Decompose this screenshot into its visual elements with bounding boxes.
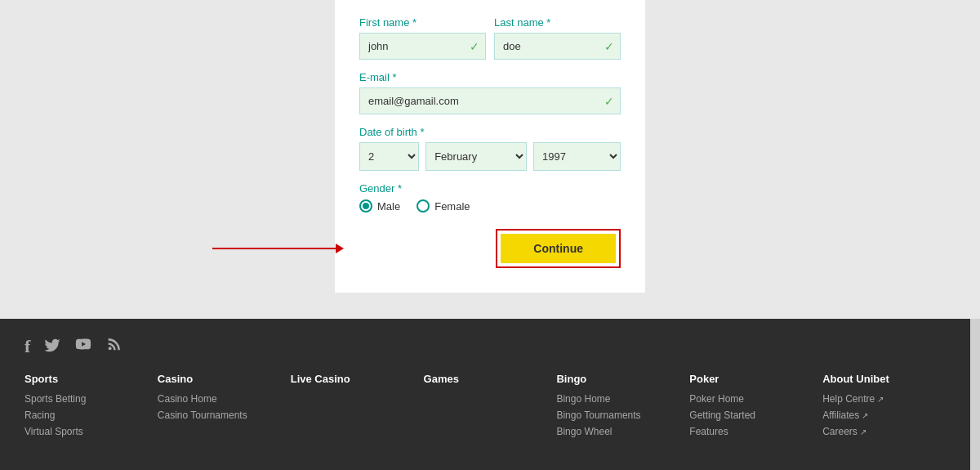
gender-label: Gender * — [359, 182, 621, 195]
dob-month-select[interactable]: February JanuaryMarch — [425, 142, 527, 171]
continue-button-wrapper: Continue — [496, 229, 621, 268]
youtube-icon[interactable] — [74, 335, 92, 358]
footer-help-centre[interactable]: Help Centre — [822, 393, 956, 405]
email-group: E-mail * ✓ — [359, 71, 621, 114]
first-name-input-wrapper: ✓ — [359, 33, 486, 60]
dob-day-select[interactable]: 2 134 — [359, 142, 419, 171]
dob-year-select[interactable]: 1997 19961998 — [533, 142, 621, 171]
footer-col-games: Games — [424, 373, 557, 442]
continue-area: Continue — [359, 229, 621, 268]
twitter-icon[interactable] — [43, 336, 61, 358]
arrow-indicator — [212, 248, 343, 249]
facebook-icon[interactable]: f — [24, 336, 30, 357]
last-name-check: ✓ — [604, 40, 614, 53]
last-name-group: Last name * ✓ — [494, 16, 621, 60]
registration-form: First name * ✓ Last name * ✓ E-mail * — [335, 0, 645, 293]
footer-virtual-sports[interactable]: Virtual Sports — [24, 426, 158, 437]
name-row: First name * ✓ Last name * ✓ — [359, 16, 621, 60]
first-name-input[interactable] — [359, 33, 486, 60]
first-name-group: First name * ✓ — [359, 16, 486, 60]
social-icons: f — [24, 335, 956, 358]
male-label: Male — [377, 200, 400, 213]
footer: f Sports Sports Betting Racing Virtual S… — [0, 319, 980, 470]
female-label: Female — [434, 200, 470, 213]
footer-col-about: About Unibet Help Centre Affiliates Care… — [822, 373, 956, 442]
male-radio-inner — [363, 203, 369, 209]
female-radio[interactable] — [416, 199, 430, 213]
last-name-input[interactable] — [494, 33, 621, 60]
footer-getting-started[interactable]: Getting Started — [689, 410, 822, 421]
footer-col-bingo: Bingo Bingo Home Bingo Tournaments Bingo… — [556, 373, 689, 442]
footer-racing[interactable]: Racing — [24, 410, 158, 421]
gender-options: Male Female — [359, 199, 621, 213]
footer-bingo-home[interactable]: Bingo Home — [556, 393, 689, 405]
footer-features[interactable]: Features — [689, 426, 822, 437]
footer-affiliates[interactable]: Affiliates — [822, 410, 956, 421]
blog-icon[interactable] — [105, 335, 123, 358]
footer-col-casino: Casino Casino Home Casino Tournaments — [158, 373, 291, 442]
email-input[interactable] — [359, 87, 621, 114]
dob-label: Date of birth * — [359, 126, 621, 138]
footer-casino-tournaments[interactable]: Casino Tournaments — [158, 410, 291, 421]
arrow-line — [212, 248, 343, 249]
footer-games-header: Games — [424, 373, 557, 385]
footer-live-casino-header: Live Casino — [291, 373, 424, 385]
continue-button[interactable]: Continue — [501, 234, 616, 263]
main-content: First name * ✓ Last name * ✓ E-mail * — [0, 0, 980, 319]
footer-poker-header: Poker — [689, 373, 822, 385]
footer-bingo-tournaments[interactable]: Bingo Tournaments — [556, 410, 689, 421]
male-radio[interactable] — [359, 199, 372, 213]
email-check: ✓ — [604, 95, 614, 108]
last-name-input-wrapper: ✓ — [494, 33, 621, 60]
gender-female-option[interactable]: Female — [416, 199, 470, 213]
footer-sports-betting[interactable]: Sports Betting — [24, 393, 158, 405]
gender-male-option[interactable]: Male — [359, 199, 400, 213]
footer-bingo-header: Bingo — [556, 373, 689, 385]
footer-poker-home[interactable]: Poker Home — [689, 393, 822, 405]
footer-col-sports: Sports Sports Betting Racing Virtual Spo… — [24, 373, 158, 442]
footer-columns: Sports Sports Betting Racing Virtual Spo… — [24, 373, 956, 442]
footer-about-header: About Unibet — [822, 373, 956, 385]
footer-col-live-casino: Live Casino — [291, 373, 424, 442]
first-name-label: First name * — [359, 16, 486, 29]
footer-sports-header: Sports — [24, 373, 158, 385]
email-label: E-mail * — [359, 71, 621, 83]
first-name-check: ✓ — [470, 40, 479, 53]
gender-group: Gender * Male Female — [359, 182, 621, 213]
footer-col-poker: Poker Poker Home Getting Started Feature… — [689, 373, 822, 442]
footer-casino-header: Casino — [158, 373, 291, 385]
last-name-label: Last name * — [494, 16, 621, 29]
footer-bingo-wheel[interactable]: Bingo Wheel — [556, 426, 689, 437]
email-input-wrapper: ✓ — [359, 87, 621, 114]
footer-careers[interactable]: Careers — [822, 426, 956, 437]
footer-casino-home[interactable]: Casino Home — [158, 393, 291, 405]
dob-group: Date of birth * 2 134 February JanuaryMa… — [359, 126, 621, 171]
dob-selects: 2 134 February JanuaryMarch 1997 1996199… — [359, 142, 621, 171]
